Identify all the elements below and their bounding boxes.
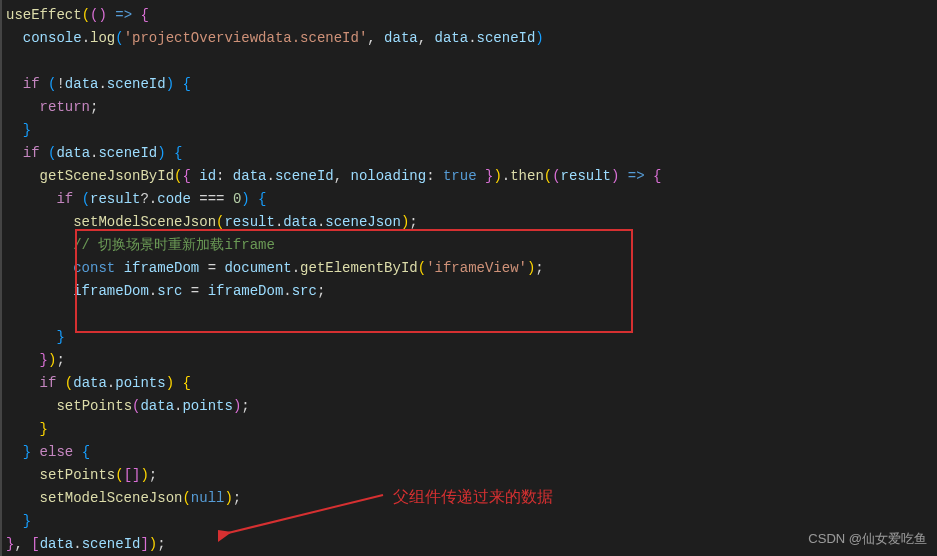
code-line: setModelSceneJson(null); — [6, 487, 937, 510]
code-line: const iframeDom = document.getElementByI… — [6, 257, 937, 280]
code-line: setPoints([]); — [6, 464, 937, 487]
code-line — [6, 303, 937, 326]
code-line: if (data.sceneId) { — [6, 142, 937, 165]
code-line: } — [6, 418, 937, 441]
code-line: console.log('projectOverviewdata.sceneId… — [6, 27, 937, 50]
code-line: }); — [6, 349, 937, 372]
code-line: setModelSceneJson(result.data.sceneJson)… — [6, 211, 937, 234]
code-line: } — [6, 119, 937, 142]
code-line: }, [data.sceneId]); — [6, 533, 937, 556]
code-line: return; — [6, 96, 937, 119]
code-line: // 切换场景时重新加载iframe — [6, 234, 937, 257]
code-line: getSceneJsonById({ id: data.sceneId, nol… — [6, 165, 937, 188]
code-line: } — [6, 510, 937, 533]
code-line: } — [6, 326, 937, 349]
code-line: if (data.points) { — [6, 372, 937, 395]
code-line: if (result?.code === 0) { — [6, 188, 937, 211]
code-block: useEffect(() => { console.log('projectOv… — [0, 0, 937, 556]
code-line: useEffect(() => { — [6, 4, 937, 27]
code-line: } else { — [6, 441, 937, 464]
code-line: iframeDom.src = iframeDom.src; — [6, 280, 937, 303]
code-line: setPoints(data.points); — [6, 395, 937, 418]
code-line — [6, 50, 937, 73]
code-line: if (!data.sceneId) { — [6, 73, 937, 96]
